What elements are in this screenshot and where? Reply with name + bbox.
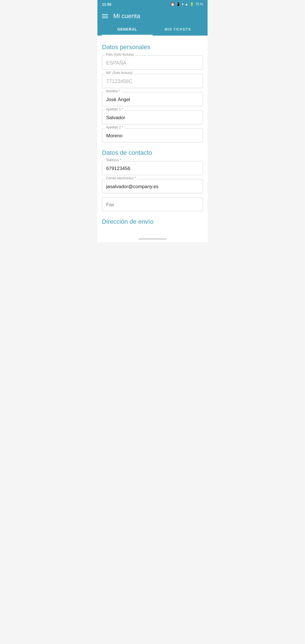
label-pais: País (Solo lectura) xyxy=(105,53,135,56)
section-title-contacto: Datos de contacto xyxy=(102,149,203,156)
content-area: Datos personales País (Solo lectura) NIF… xyxy=(97,36,208,236)
field-email: Correo electrónico * xyxy=(102,179,203,193)
tab-general[interactable]: GENERAL xyxy=(102,24,152,36)
label-telefono: Teléfono * xyxy=(105,158,122,162)
field-nif: NIF (Solo lectura) xyxy=(102,74,203,88)
field-fax xyxy=(102,197,203,211)
header: Mi cuenta GENERAL MIS TICKETS xyxy=(97,8,208,36)
status-time: 11:50 xyxy=(102,2,111,6)
signal-icon: ▲ xyxy=(185,2,188,6)
header-top: Mi cuenta xyxy=(102,12,203,24)
alarm-icon: ⏰ xyxy=(171,2,175,6)
label-nif: NIF (Solo lectura) xyxy=(105,71,134,75)
battery-icon: 🔋 xyxy=(190,2,194,6)
tabs-bar: GENERAL MIS TICKETS xyxy=(102,24,203,36)
input-nombre[interactable] xyxy=(102,92,203,106)
input-nif xyxy=(102,74,203,88)
label-apellido1: Apellido 1 * xyxy=(105,107,124,111)
status-icons: ⏰ 📳 ▾ ▲ 🔋 75 % xyxy=(171,2,203,6)
field-nombre: Nombre * xyxy=(102,92,203,106)
field-telefono: Teléfono * xyxy=(102,161,203,175)
status-bar: 11:50 ⏰ 📳 ▾ ▲ 🔋 75 % xyxy=(97,0,208,8)
menu-button[interactable] xyxy=(102,14,108,18)
vibrate-icon: 📳 xyxy=(176,2,180,6)
label-email: Correo electrónico * xyxy=(105,176,137,180)
label-apellido2: Apellido 2 * xyxy=(105,125,124,129)
input-telefono[interactable] xyxy=(102,161,203,175)
field-apellido2: Apellido 2 * xyxy=(102,128,203,142)
wifi-icon: ▾ xyxy=(182,2,184,6)
field-apellido1: Apellido 1 * xyxy=(102,110,203,124)
section-title-personal: Datos personales xyxy=(102,43,203,51)
input-fax[interactable] xyxy=(102,197,203,211)
input-email[interactable] xyxy=(102,179,203,193)
battery-level: 75 % xyxy=(195,2,203,6)
tab-mis-tickets[interactable]: MIS TICKETS xyxy=(152,24,203,36)
label-nombre: Nombre * xyxy=(105,89,121,93)
field-pais: País (Solo lectura) xyxy=(102,55,203,70)
section-title-envio: Dirección de envío xyxy=(102,218,203,225)
input-apellido2[interactable] xyxy=(102,128,203,142)
input-apellido1[interactable] xyxy=(102,110,203,124)
home-indicator xyxy=(138,238,167,240)
page-title: Mi cuenta xyxy=(113,12,140,20)
input-pais xyxy=(102,55,203,70)
